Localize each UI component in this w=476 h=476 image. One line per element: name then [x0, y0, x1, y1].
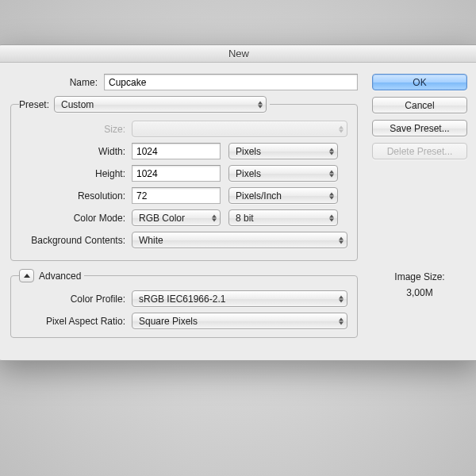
image-size-info: Image Size: 3,00M [372, 269, 467, 301]
dialog-title: New [0, 45, 476, 63]
bgcontents-value: White [139, 235, 163, 246]
advanced-fieldset: Advanced Color Profile: sRGB IEC61966-2.… [10, 269, 358, 338]
colormode-value: RGB Color [139, 213, 185, 224]
preset-select[interactable]: Custom [54, 96, 267, 113]
width-unit-select[interactable]: Pixels [228, 143, 338, 159]
cancel-button[interactable]: Cancel [372, 97, 467, 113]
advanced-label: Advanced [39, 271, 81, 282]
height-label: Height: [21, 168, 132, 179]
name-input[interactable] [104, 74, 358, 90]
size-select [132, 121, 347, 137]
colorprofile-label: Color Profile: [21, 294, 132, 305]
delete-preset-button: Delete Preset... [372, 143, 467, 159]
par-select[interactable]: Square Pixels [132, 313, 347, 329]
width-unit-value: Pixels [236, 146, 261, 157]
colorprofile-value: sRGB IEC61966-2.1 [139, 294, 225, 305]
preset-label: Preset: [19, 99, 49, 110]
ok-button[interactable]: OK [372, 74, 467, 90]
colorprofile-select[interactable]: sRGB IEC61966-2.1 [132, 290, 347, 307]
width-input[interactable] [132, 143, 221, 159]
bgcontents-select[interactable]: White [132, 232, 347, 248]
height-input[interactable] [132, 165, 221, 182]
advanced-toggle[interactable] [19, 269, 34, 282]
save-preset-button[interactable]: Save Preset... [372, 120, 467, 136]
bitdepth-select[interactable]: 8 bit [228, 209, 338, 226]
bgcontents-label: Background Contents: [21, 235, 132, 246]
colormode-select[interactable]: RGB Color [132, 209, 221, 226]
image-size-value: 3,00M [372, 285, 467, 301]
preset-fieldset: Preset: Custom Size: Width: [10, 96, 358, 261]
resolution-label: Resolution: [21, 190, 132, 202]
par-value: Square Pixels [139, 316, 198, 327]
name-label: Name: [10, 77, 104, 88]
colormode-label: Color Mode: [21, 213, 132, 224]
width-label: Width: [21, 146, 132, 157]
bitdepth-value: 8 bit [236, 213, 254, 224]
resolution-unit-select[interactable]: Pixels/Inch [228, 187, 338, 204]
size-label: Size: [21, 124, 132, 135]
preset-value: Custom [61, 99, 94, 110]
height-unit-value: Pixels [236, 168, 261, 179]
resolution-input[interactable] [132, 187, 221, 204]
height-unit-select[interactable]: Pixels [228, 165, 338, 182]
new-document-dialog: New Name: Preset: Custom [0, 44, 476, 361]
triangle-up-icon [24, 274, 30, 278]
resolution-unit-value: Pixels/Inch [236, 190, 282, 202]
image-size-label: Image Size: [372, 269, 467, 285]
par-label: Pixel Aspect Ratio: [21, 316, 132, 327]
